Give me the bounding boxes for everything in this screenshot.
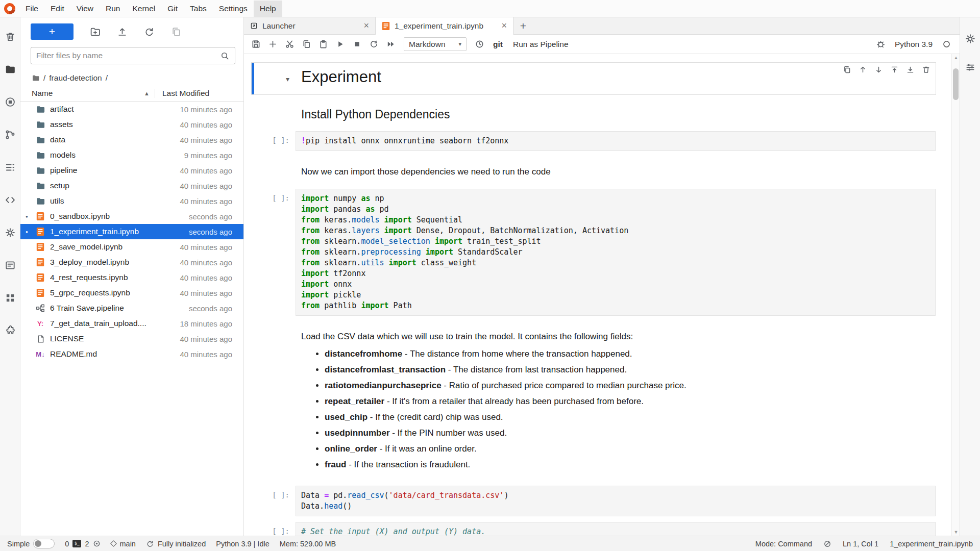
code-cell[interactable]: [ ]:Data = pd.read_csv('data/card_transd… bbox=[251, 485, 936, 517]
file-row[interactable]: ●0_sandbox.ipynbseconds ago bbox=[20, 209, 243, 224]
status-circle-icon[interactable] bbox=[823, 540, 831, 548]
file-row[interactable]: data40 minutes ago bbox=[20, 132, 243, 147]
restart-icon[interactable] bbox=[366, 37, 382, 52]
file-browser-folder-icon[interactable] bbox=[0, 53, 20, 86]
code-cell[interactable]: [ ]:import numpy as npimport pandas as p… bbox=[251, 188, 936, 316]
markdown-cell[interactable]: Load the CSV data which we will use to t… bbox=[251, 321, 936, 481]
clock-icon[interactable] bbox=[472, 37, 487, 52]
code-editor[interactable]: !pip install onnx onnxruntime seaborn tf… bbox=[296, 131, 936, 151]
copy-icon[interactable] bbox=[299, 37, 314, 52]
markdown-cell[interactable]: Install Python Dependencies bbox=[251, 96, 936, 126]
run-icon[interactable] bbox=[332, 37, 348, 52]
column-name[interactable]: Name ▲ bbox=[32, 89, 155, 98]
new-tab-button[interactable]: + bbox=[513, 17, 533, 34]
cell-body[interactable]: Data = pd.read_csv('data/card_transdata.… bbox=[296, 486, 936, 516]
markdown-cell[interactable]: Now we can import those dependencies we … bbox=[251, 156, 936, 184]
menu-tabs[interactable]: Tabs bbox=[184, 1, 213, 17]
file-row[interactable]: utils40 minutes ago bbox=[20, 193, 243, 209]
cursor-position[interactable]: Ln 1, Col 1 bbox=[843, 540, 878, 548]
breadcrumb[interactable]: / fraud-detection / bbox=[20, 69, 243, 87]
git-toolbar-button[interactable]: git bbox=[488, 40, 507, 49]
bucket-icon[interactable] bbox=[0, 20, 20, 53]
file-row[interactable]: ●1_experiment_train.ipynbseconds ago bbox=[20, 224, 243, 239]
close-icon[interactable]: × bbox=[361, 20, 371, 31]
settings-gear-icon[interactable] bbox=[965, 24, 976, 53]
breadcrumb-root[interactable]: / bbox=[43, 73, 45, 83]
file-row[interactable]: assets40 minutes ago bbox=[20, 117, 243, 132]
code-cell[interactable]: [ ]:!pip install onnx onnxruntime seabor… bbox=[251, 131, 936, 152]
file-row[interactable]: Y:7_get_data_train_upload....18 minutes … bbox=[20, 316, 243, 331]
upload-icon[interactable] bbox=[117, 27, 128, 37]
save-icon[interactable] bbox=[248, 37, 264, 52]
menu-edit[interactable]: Edit bbox=[44, 1, 70, 17]
scroll-up-icon[interactable]: ▲ bbox=[952, 54, 960, 61]
add-cell-icon[interactable] bbox=[265, 37, 281, 52]
cell-body[interactable]: Experiment bbox=[296, 63, 936, 94]
resources-card-icon[interactable] bbox=[0, 249, 20, 282]
file-row[interactable]: 3_deploy_model.ipynb40 minutes ago bbox=[20, 255, 243, 270]
file-row[interactable]: 4_rest_requests.ipynb40 minutes ago bbox=[20, 270, 243, 285]
bug-icon[interactable] bbox=[873, 37, 889, 52]
scroll-down-icon[interactable]: ▼ bbox=[952, 529, 960, 536]
cell-body[interactable]: Install Python Dependencies bbox=[296, 96, 936, 126]
file-row[interactable]: pipeline40 minutes ago bbox=[20, 163, 243, 178]
file-row[interactable]: 2_save_model.ipynb40 minutes ago bbox=[20, 239, 243, 255]
insert-below-icon[interactable] bbox=[906, 65, 915, 74]
file-row[interactable]: setup40 minutes ago bbox=[20, 178, 243, 193]
git-icon[interactable] bbox=[0, 118, 20, 151]
cell-body[interactable]: import numpy as npimport pandas as pdfro… bbox=[296, 189, 936, 316]
file-row[interactable]: LICENSE40 minutes ago bbox=[20, 331, 243, 346]
filter-files-box[interactable] bbox=[31, 47, 235, 64]
runtimes-gear-icon[interactable] bbox=[0, 216, 20, 249]
cell-type-select[interactable]: Markdown ▾ bbox=[404, 37, 467, 51]
menu-file[interactable]: File bbox=[19, 1, 44, 17]
new-folder-icon[interactable] bbox=[90, 27, 101, 37]
move-down-icon[interactable] bbox=[874, 65, 883, 74]
file-row[interactable]: artifact10 minutes ago bbox=[20, 102, 243, 117]
file-row[interactable]: models9 minutes ago bbox=[20, 147, 243, 163]
markdown-cell[interactable]: ▾Experiment bbox=[251, 62, 936, 95]
code-snippets-icon[interactable] bbox=[0, 184, 20, 216]
stop-icon[interactable] bbox=[349, 37, 365, 52]
property-inspector-icon[interactable] bbox=[965, 53, 976, 82]
kernel-status[interactable]: Python 3.9 | Idle bbox=[216, 540, 270, 548]
run-as-pipeline-button[interactable]: Run as Pipeline bbox=[508, 40, 573, 49]
breadcrumb-folder[interactable]: fraud-detection bbox=[49, 73, 102, 83]
scrollbar-thumb[interactable] bbox=[953, 68, 959, 100]
git-clone-icon[interactable] bbox=[171, 27, 182, 37]
code-editor[interactable]: # Set the input (X) and output (Y) data.… bbox=[296, 522, 936, 536]
duplicate-cell-icon[interactable] bbox=[843, 65, 851, 74]
cut-icon[interactable] bbox=[282, 37, 298, 52]
tab-1-experiment-train-ipynb[interactable]: 1_experiment_train.ipynb× bbox=[376, 17, 513, 35]
new-launcher-button[interactable]: + bbox=[31, 23, 74, 40]
menu-view[interactable]: View bbox=[70, 1, 100, 17]
file-row[interactable]: M↓README.md40 minutes ago bbox=[20, 346, 243, 362]
menu-git[interactable]: Git bbox=[161, 1, 184, 17]
code-editor[interactable]: Data = pd.read_csv('data/card_transdata.… bbox=[296, 486, 936, 516]
insert-above-icon[interactable] bbox=[890, 65, 899, 74]
code-cell[interactable]: [ ]:# Set the input (X) and output (Y) d… bbox=[251, 521, 936, 536]
vertical-scrollbar[interactable]: ▲ ▼ bbox=[951, 54, 960, 536]
tab-launcher[interactable]: Launcher× bbox=[244, 17, 376, 34]
running-sessions-icon[interactable] bbox=[0, 86, 20, 118]
simple-mode-toggle[interactable] bbox=[33, 539, 55, 548]
trash-icon[interactable] bbox=[922, 65, 930, 74]
cell-body[interactable]: Load the CSV data which we will use to t… bbox=[296, 321, 936, 480]
table-of-contents-icon[interactable] bbox=[0, 151, 20, 184]
menu-settings[interactable]: Settings bbox=[213, 1, 254, 17]
kernel-idle-icon[interactable] bbox=[939, 37, 954, 52]
close-icon[interactable]: × bbox=[499, 20, 509, 31]
move-up-icon[interactable] bbox=[859, 65, 867, 74]
menu-run[interactable]: Run bbox=[100, 1, 126, 17]
file-row[interactable]: 5_grpc_requests.ipynb40 minutes ago bbox=[20, 285, 243, 300]
paste-icon[interactable] bbox=[315, 37, 331, 52]
cell-body[interactable]: !pip install onnx onnxruntime seaborn tf… bbox=[296, 131, 936, 151]
cell-body[interactable]: # Set the input (X) and output (Y) data.… bbox=[296, 522, 936, 536]
column-last-modified[interactable]: Last Modified bbox=[155, 89, 232, 98]
code-editor[interactable]: import numpy as npimport pandas as pdfro… bbox=[296, 189, 936, 316]
kernel-name-button[interactable]: Python 3.9 bbox=[890, 40, 938, 49]
filter-files-input[interactable] bbox=[36, 51, 220, 60]
collapse-heading-icon[interactable]: ▾ bbox=[286, 75, 289, 83]
cell-body[interactable]: Now we can import those dependencies we … bbox=[296, 157, 936, 183]
file-row[interactable]: 6 Train Save.pipelineseconds ago bbox=[20, 300, 243, 316]
